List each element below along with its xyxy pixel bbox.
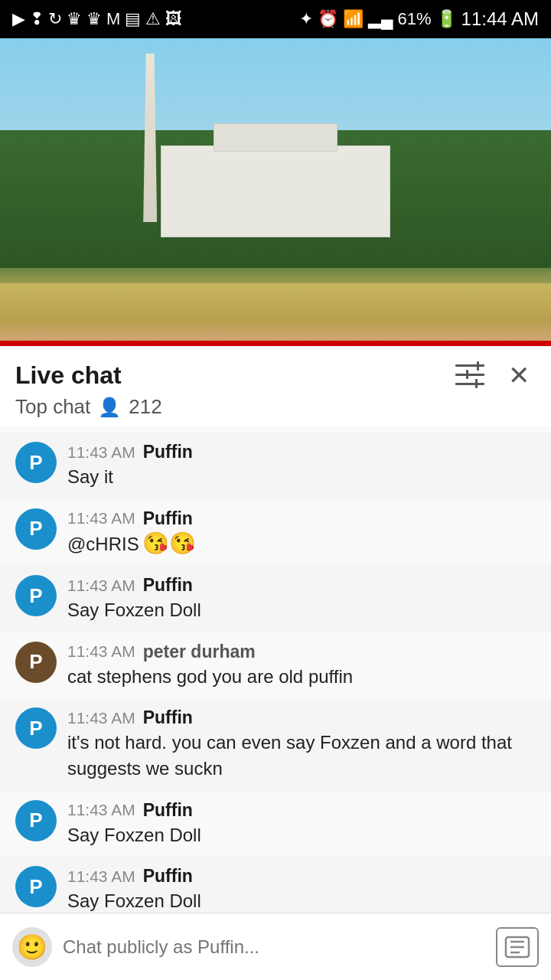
folder-icon: ▤ bbox=[125, 9, 141, 29]
message-content: 11:43 AM Puffin Say Foxzen Doll bbox=[67, 575, 536, 623]
chat-input-field[interactable] bbox=[63, 927, 485, 967]
message-meta: 11:43 AM Puffin bbox=[67, 866, 536, 887]
message-emoji: 😘😘 bbox=[142, 531, 196, 555]
video-player[interactable] bbox=[0, 38, 551, 345]
filter-tick-1 bbox=[477, 361, 479, 371]
message-text: @cHRIS bbox=[67, 534, 139, 554]
play-icon: ▶ bbox=[12, 9, 25, 29]
message-time: 11:43 AM bbox=[67, 867, 135, 886]
filter-tick-2 bbox=[466, 370, 468, 379]
message-content: 11:43 AM Puffin Say it bbox=[67, 442, 536, 490]
message-meta: 11:43 AM Puffin bbox=[67, 442, 536, 462]
viewer-count: 212 bbox=[129, 395, 161, 419]
crown-icon: ♛ bbox=[67, 9, 82, 29]
filter-line-2 bbox=[455, 374, 484, 376]
avatar: P bbox=[15, 800, 57, 841]
message-content: 11:43 AM peter durham cat stephens god y… bbox=[67, 642, 536, 690]
chat-title: Live chat bbox=[15, 361, 122, 390]
message-time: 11:43 AM bbox=[67, 642, 135, 661]
chat-header: Live chat ✕ Top chat bbox=[0, 346, 551, 426]
message-text: Say it bbox=[67, 466, 113, 487]
top-chat-label: Top chat bbox=[15, 395, 90, 419]
image-icon: 🖼 bbox=[165, 9, 182, 29]
message-meta: 11:43 AM Puffin bbox=[67, 575, 536, 596]
filter-line-1 bbox=[455, 364, 484, 367]
message-time: 11:43 AM bbox=[67, 577, 135, 595]
wifi-icon: 📶 bbox=[343, 9, 364, 29]
message-time: 11:43 AM bbox=[67, 443, 135, 462]
message-time: 11:43 AM bbox=[67, 709, 135, 727]
message-author: Puffin bbox=[143, 866, 193, 887]
filter-icon bbox=[455, 363, 484, 387]
sync-icon: ↻ bbox=[48, 9, 62, 29]
battery-icon: 🔋 bbox=[436, 9, 457, 29]
message-content: 11:43 AM Puffin it's not hard. you can e… bbox=[67, 707, 536, 781]
chat-messages: P 11:43 AM Puffin Say it P 11:43 AM Puff… bbox=[0, 426, 551, 980]
avatar: P bbox=[15, 508, 57, 550]
message-time: 11:43 AM bbox=[67, 509, 135, 528]
message-content: 11:43 AM Puffin Say Foxzen Doll bbox=[67, 800, 536, 848]
message-author: Puffin bbox=[143, 707, 193, 728]
video-progress-bar[interactable] bbox=[0, 341, 551, 345]
chat-header-icons: ✕ bbox=[453, 358, 536, 392]
message-content: 11:43 AM Puffin @cHRIS 😘😘 bbox=[67, 508, 536, 557]
message-author: Puffin bbox=[143, 575, 193, 596]
chat-title-row: Live chat ✕ bbox=[15, 358, 536, 392]
app-icon: M bbox=[106, 9, 120, 29]
white-house bbox=[161, 145, 390, 237]
send-icon bbox=[504, 936, 530, 959]
chat-message: P 11:43 AM Puffin @cHRIS 😘😘 bbox=[0, 499, 551, 567]
message-author: Puffin bbox=[143, 442, 193, 462]
send-button[interactable] bbox=[496, 927, 539, 967]
chat-input-bar: 🙂 bbox=[0, 913, 551, 980]
filter-button[interactable] bbox=[453, 358, 487, 392]
message-meta: 11:43 AM Puffin bbox=[67, 508, 536, 529]
message-text: it's not hard. you can even say Foxzen a… bbox=[67, 732, 512, 779]
message-author: peter durham bbox=[143, 642, 256, 662]
avatar: P bbox=[15, 707, 57, 749]
alarm-icon: ⏰ bbox=[318, 9, 338, 29]
time-display: 11:44 AM bbox=[461, 8, 539, 30]
status-bar-left-icons: ▶ ❢ ↻ ♛ ♛ M ▤ ⚠ 🖼 bbox=[12, 9, 182, 29]
avatar: P bbox=[15, 642, 57, 683]
chat-message: P 11:43 AM peter durham cat stephens god… bbox=[0, 632, 551, 699]
message-author: Puffin bbox=[143, 800, 193, 821]
message-text: Say Foxzen Doll bbox=[67, 890, 201, 911]
viewer-icon: 👤 bbox=[98, 397, 121, 418]
status-bar: ▶ ❢ ↻ ♛ ♛ M ▤ ⚠ 🖼 ✦ ⏰ 📶 ▂▄ 61% 🔋 11:44 A… bbox=[0, 0, 551, 38]
close-button[interactable]: ✕ bbox=[502, 358, 536, 392]
crown2-icon: ♛ bbox=[86, 9, 102, 29]
close-icon: ✕ bbox=[508, 360, 530, 390]
chat-message: P 11:43 AM Puffin Say Foxzen Doll bbox=[0, 566, 551, 632]
signal-icon: ▂▄ bbox=[368, 9, 393, 29]
chat-subtitle: Top chat 👤 212 bbox=[15, 395, 536, 426]
message-meta: 11:43 AM peter durham bbox=[67, 642, 536, 662]
message-meta: 11:43 AM Puffin bbox=[67, 800, 536, 821]
filter-tick-3 bbox=[475, 379, 478, 388]
battery-percent: 61% bbox=[398, 9, 432, 29]
message-time: 11:43 AM bbox=[67, 801, 135, 819]
ground bbox=[0, 283, 551, 345]
smiley-icon: 🙂 bbox=[17, 933, 47, 962]
avatar: P bbox=[15, 866, 57, 907]
message-content: 11:43 AM Puffin Say Foxzen Doll bbox=[67, 866, 536, 914]
emoji-button[interactable]: 🙂 bbox=[12, 927, 52, 967]
message-author: Puffin bbox=[143, 508, 193, 529]
video-scene bbox=[0, 38, 551, 345]
filter-line-3 bbox=[455, 383, 484, 385]
avatar: P bbox=[15, 575, 57, 616]
chat-message: P 11:43 AM Puffin Say it bbox=[0, 433, 551, 499]
message-text: Say Foxzen Doll bbox=[67, 599, 201, 620]
message-meta: 11:43 AM Puffin bbox=[67, 707, 536, 728]
avatar: P bbox=[15, 442, 57, 483]
message-text: cat stephens god you are old puffin bbox=[67, 666, 353, 687]
warning-icon: ⚠ bbox=[145, 9, 161, 29]
live-chat-container: Live chat ✕ Top chat bbox=[0, 345, 551, 980]
bluetooth-icon: ✦ bbox=[299, 9, 313, 29]
status-bar-right-icons: ✦ ⏰ 📶 ▂▄ 61% 🔋 11:44 AM bbox=[299, 8, 539, 30]
chat-message: P 11:43 AM Puffin it's not hard. you can… bbox=[0, 698, 551, 790]
notification-icon: ❢ bbox=[30, 9, 44, 29]
chat-message: P 11:43 AM Puffin Say Foxzen Doll bbox=[0, 791, 551, 858]
message-text: Say Foxzen Doll bbox=[67, 825, 201, 845]
